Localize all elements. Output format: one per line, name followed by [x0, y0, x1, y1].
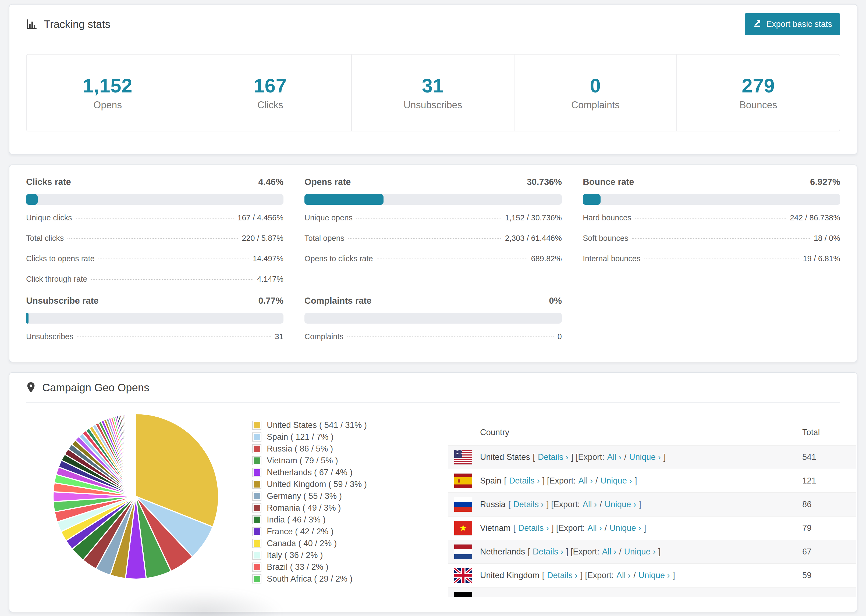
rate-value-clicks-rate: 4.46%	[258, 177, 283, 187]
legend-item-india[interactable]: India ( 46 / 3% )	[253, 515, 367, 524]
bracket: ]	[663, 452, 666, 462]
dotted-leader	[98, 259, 249, 259]
metric-value: 18 / 0%	[814, 233, 840, 243]
flag-nl	[454, 545, 472, 559]
bracket: ]	[635, 476, 637, 486]
metric-row-total-opens: Total opens2,303 / 61.446%	[304, 233, 562, 243]
legend-label: India ( 46 / 3% )	[267, 515, 326, 525]
stat-unsubscribes: 31Unsubscribes	[352, 55, 515, 131]
progress-bar-opens-rate	[304, 194, 562, 205]
metric-label: Total opens	[304, 233, 344, 243]
geo-header: Campaign Geo Opens	[26, 373, 840, 403]
rates-card: Clicks rate4.46%Unique clicks167 / 4.456…	[9, 165, 857, 362]
table-row-partial	[448, 587, 856, 597]
country-name: Netherlands	[480, 547, 525, 556]
metric-label: Unique opens	[304, 213, 353, 223]
legend-item-russia[interactable]: Russia ( 86 / 5% )	[253, 444, 367, 453]
total-value: 59	[802, 570, 856, 580]
geo-title-text: Campaign Geo Opens	[42, 382, 149, 394]
legend-item-romania[interactable]: Romania ( 49 / 3% )	[253, 503, 367, 512]
details-link[interactable]: Details ›	[509, 476, 540, 486]
table-row-netherlands: Netherlands[Details ›] [Export:All ›/Uni…	[448, 540, 856, 563]
stat-label-clicks: Clicks	[257, 99, 283, 111]
column-header-total: Total	[802, 427, 856, 437]
geo-pie-chart[interactable]	[50, 410, 222, 582]
export-basic-stats-button[interactable]: Export basic stats	[745, 13, 840, 35]
stat-value-complaints: 0	[590, 75, 601, 97]
legend-item-italy[interactable]: Italy ( 36 / 2% )	[253, 551, 367, 560]
legend-label: Romania ( 49 / 3% )	[267, 503, 341, 513]
dotted-leader	[377, 259, 527, 259]
export-all-link[interactable]: All ›	[578, 476, 593, 486]
separator: /	[605, 523, 607, 533]
details-link[interactable]: Details ›	[547, 570, 578, 580]
export-unique-link[interactable]: Unique ›	[624, 547, 656, 556]
legend-swatch	[253, 575, 261, 583]
dotted-leader	[91, 279, 253, 280]
flag-es	[454, 473, 472, 488]
stat-value-bounces: 279	[742, 75, 775, 97]
export-all-link[interactable]: All ›	[583, 500, 597, 509]
legend-item-vietnam[interactable]: Vietnam ( 79 / 5% )	[253, 456, 367, 465]
legend-label: Brazil ( 33 / 2% )	[267, 562, 328, 572]
legend-item-france[interactable]: France ( 42 / 2% )	[253, 527, 367, 536]
details-link[interactable]: Details ›	[533, 547, 564, 556]
separator: /	[624, 452, 627, 462]
export-all-link[interactable]: All ›	[602, 547, 616, 556]
export-unique-link[interactable]: Unique ›	[601, 476, 632, 486]
pie-slice-other[interactable]	[135, 413, 136, 497]
rate-block-opens-rate: Opens rate30.736%Unique opens1,152 / 30.…	[304, 177, 562, 284]
legend-swatch	[253, 539, 261, 547]
legend-item-netherlands[interactable]: Netherlands ( 67 / 4% )	[253, 468, 367, 477]
export-unique-link[interactable]: Unique ›	[605, 500, 636, 509]
map-pin-icon	[26, 382, 36, 393]
rate-value-bounce-rate: 6.927%	[810, 177, 840, 187]
legend-swatch	[253, 528, 261, 536]
legend-item-brazil[interactable]: Brazil ( 33 / 2% )	[253, 563, 367, 572]
legend-item-south-africa[interactable]: South Africa ( 29 / 2% )	[253, 574, 367, 583]
details-link[interactable]: Details ›	[513, 500, 544, 509]
details-link[interactable]: Details ›	[538, 452, 568, 462]
metric-row-complaints: Complaints0	[304, 332, 562, 341]
legend-item-canada[interactable]: Canada ( 40 / 2% )	[253, 539, 367, 548]
country-cell: Vietnam[Details ›] [Export:All ›/Unique …	[480, 523, 802, 533]
separator: /	[600, 500, 602, 509]
country-name: United States	[480, 452, 530, 462]
rate-title-complaints-rate: Complaints rate	[304, 295, 372, 306]
separator: /	[619, 547, 622, 556]
legend-label: Canada ( 40 / 2% )	[267, 539, 337, 548]
tracking-stats-card: Tracking stats Export basic stats 1,152O…	[9, 4, 857, 154]
export-all-link[interactable]: All ›	[616, 570, 631, 580]
dotted-leader	[644, 259, 799, 259]
export-all-link[interactable]: All ›	[607, 452, 621, 462]
bracket: [	[508, 500, 511, 509]
country-cell: Russia[Details ›] [Export:All ›/Unique ›…	[480, 500, 802, 509]
export-unique-link[interactable]: Unique ›	[638, 570, 670, 580]
geo-legend: United States ( 541 / 31% )Spain ( 121 /…	[253, 421, 367, 586]
metric-row-unique-opens: Unique opens1,152 / 30.736%	[304, 213, 562, 223]
bracket: ] [Export:	[571, 452, 604, 462]
tracking-stats-title-text: Tracking stats	[44, 18, 110, 30]
metric-label: Internal bounces	[583, 254, 640, 263]
legend-item-spain[interactable]: Spain ( 121 / 7% )	[253, 432, 367, 442]
stat-label-opens: Opens	[93, 99, 122, 111]
legend-swatch	[253, 445, 261, 453]
dotted-leader	[68, 238, 238, 239]
export-unique-link[interactable]: Unique ›	[610, 523, 641, 533]
table-row-russia: Russia[Details ›] [Export:All ›/Unique ›…	[448, 492, 856, 516]
metric-label: Clicks to opens rate	[26, 254, 94, 263]
export-unique-link[interactable]: Unique ›	[629, 452, 661, 462]
metric-value: 2,303 / 61.446%	[505, 233, 562, 243]
export-all-link[interactable]: All ›	[587, 523, 602, 533]
legend-item-united-kingdom[interactable]: United Kingdom ( 59 / 3% )	[253, 480, 367, 489]
bracket: ]	[644, 523, 646, 533]
separator: /	[595, 476, 598, 486]
details-link[interactable]: Details ›	[518, 523, 549, 533]
legend-item-united-states[interactable]: United States ( 541 / 31% )	[253, 421, 367, 430]
legend-item-germany[interactable]: Germany ( 55 / 3% )	[253, 492, 367, 501]
tracking-stats-header: Tracking stats Export basic stats	[26, 5, 840, 44]
legend-label: Netherlands ( 67 / 4% )	[267, 468, 353, 477]
campaign-geo-opens-card: Campaign Geo Opens United States ( 541 /…	[9, 372, 857, 612]
legend-swatch	[253, 551, 261, 559]
legend-label: Vietnam ( 79 / 5% )	[267, 456, 338, 465]
